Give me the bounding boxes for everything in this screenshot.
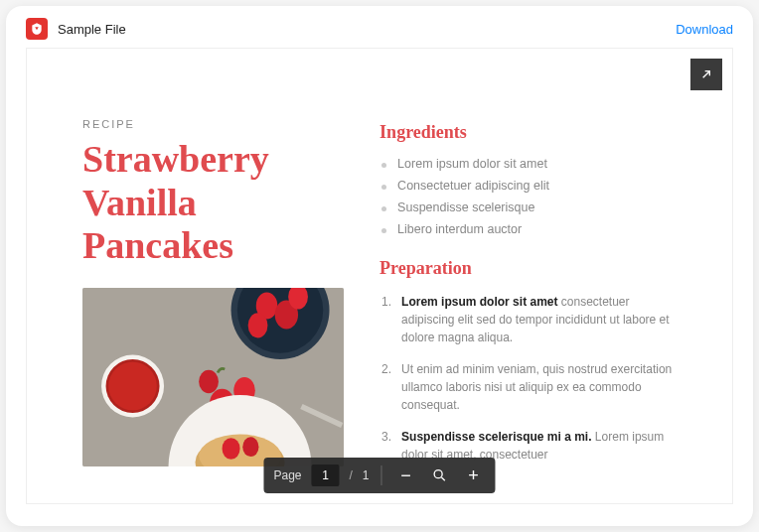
expand-icon xyxy=(698,66,714,82)
list-item: Libero interdum auctor xyxy=(380,218,677,240)
pdf-icon xyxy=(26,18,48,40)
list-item: Lorem ipsum dolor sit amet consectetuer … xyxy=(380,289,677,356)
zoom-out-button[interactable]: − xyxy=(394,464,418,487)
page-separator: / xyxy=(350,468,353,482)
page-total: 1 xyxy=(363,468,370,482)
fit-page-button[interactable] xyxy=(428,464,452,487)
recipe-kicker: RECIPE xyxy=(82,118,344,130)
svg-point-18 xyxy=(242,437,258,457)
step-lead: Suspendisse scelerisque mi a mi. xyxy=(401,430,591,444)
page-number-input[interactable] xyxy=(312,465,340,486)
recipe-title: Strawberry Vanilla Pancakes xyxy=(82,138,344,268)
zoom-in-button[interactable]: + xyxy=(462,464,486,487)
header-bar: Sample File Download xyxy=(6,6,753,48)
download-link[interactable]: Download xyxy=(676,22,733,37)
svg-point-20 xyxy=(434,470,442,478)
preparation-list: Lorem ipsum dolor sit amet consectetuer … xyxy=(380,289,677,473)
step-lead: Lorem ipsum dolor sit amet xyxy=(401,295,557,309)
pdf-viewer-card: Sample File Download RECIPE Strawberry V… xyxy=(6,6,753,526)
header-left: Sample File xyxy=(26,18,126,40)
document-viewer: RECIPE Strawberry Vanilla Pancakes xyxy=(26,48,733,504)
svg-point-10 xyxy=(108,362,157,411)
svg-point-7 xyxy=(248,313,268,337)
svg-point-17 xyxy=(223,438,240,460)
ingredients-heading: Ingredients xyxy=(380,122,677,143)
list-item: Consectetuer adipiscing elit xyxy=(380,175,677,197)
file-name: Sample File xyxy=(58,22,126,37)
ingredients-list: Lorem ipsum dolor sit amet Consectetuer … xyxy=(380,153,677,240)
magnifier-icon xyxy=(432,467,448,483)
right-column: Ingredients Lorem ipsum dolor sit amet C… xyxy=(380,118,677,503)
step-body: Ut enim ad minim veniam, quis nostrud ex… xyxy=(401,362,672,412)
pdf-toolbar: Page / 1 − + xyxy=(263,458,495,493)
list-item: Ut enim ad minim veniam, quis nostrud ex… xyxy=(380,356,677,424)
list-item: Suspendisse scelerisque xyxy=(380,197,677,218)
recipe-photo xyxy=(82,288,344,466)
toolbar-divider xyxy=(381,466,382,485)
svg-point-13 xyxy=(199,370,219,393)
left-column: RECIPE Strawberry Vanilla Pancakes xyxy=(82,118,344,503)
list-item: Lorem ipsum dolor sit amet xyxy=(380,153,677,175)
document-page: RECIPE Strawberry Vanilla Pancakes xyxy=(27,49,732,503)
expand-button[interactable] xyxy=(690,59,722,90)
page-label: Page xyxy=(273,468,301,482)
preparation-heading: Preparation xyxy=(380,258,677,279)
